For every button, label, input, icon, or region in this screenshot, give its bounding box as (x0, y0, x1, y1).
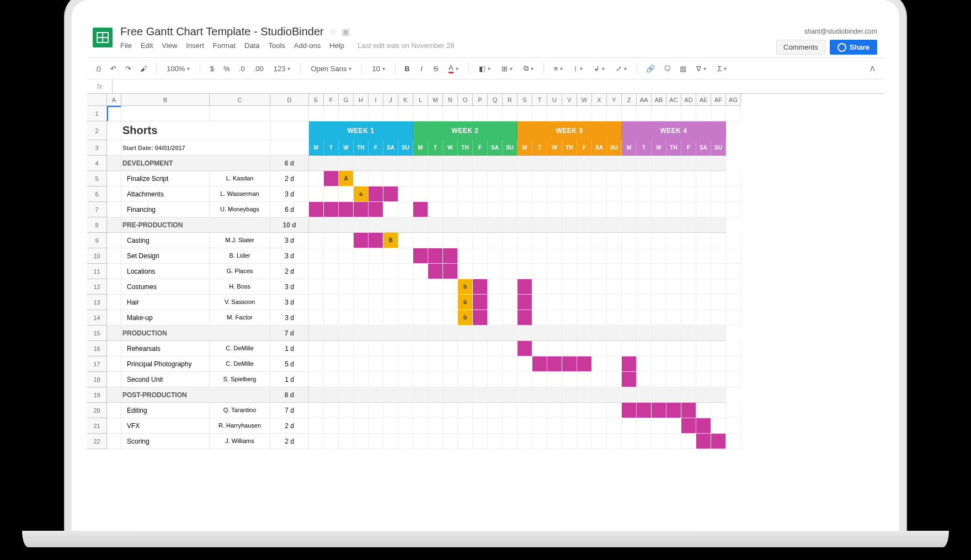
task-Set-Design-day-25[interactable] (681, 248, 696, 264)
task-Locations-day-27[interactable] (711, 264, 726, 279)
col-header-P[interactable]: P (473, 94, 488, 106)
task-Financing-day-13[interactable] (503, 202, 517, 217)
cell-r1-11[interactable] (473, 106, 488, 121)
task-Locations-day-22[interactable] (637, 264, 652, 279)
task-Make-up-day-13[interactable] (503, 310, 517, 326)
task-Editing-day-17[interactable] (562, 403, 577, 418)
task-Rehearsals-day-17[interactable] (562, 341, 577, 356)
phase-POST-PRODUCTION-day-3[interactable] (354, 387, 369, 403)
phase-DEVELOPMENT-day-8[interactable] (428, 156, 443, 171)
col-header-AA[interactable]: AA (637, 94, 652, 106)
task-Casting-day-28[interactable] (726, 233, 741, 248)
task-Finalize-Script-day-0[interactable] (309, 171, 324, 186)
task-Editing-day-13[interactable] (503, 403, 517, 418)
phase-PRODUCTION-day-19[interactable] (592, 326, 607, 341)
task-Second-Unit-day-9[interactable] (443, 372, 458, 387)
task-Principal-Photography-day-8[interactable] (428, 356, 443, 372)
phase-PRE-PRODUCTION-day-20[interactable] (607, 217, 622, 233)
task-Principal-Photography-day-16[interactable] (547, 356, 562, 372)
task-Casting-day-25[interactable] (681, 233, 696, 248)
task-VFX-day-9[interactable] (443, 418, 458, 434)
redo-icon[interactable]: ↷ (122, 62, 135, 75)
task-Set-Design-day-27[interactable] (711, 248, 726, 264)
task-VFX-day-5[interactable] (383, 418, 398, 434)
col-header-O[interactable]: O (458, 94, 473, 106)
task-Casting-day-7[interactable] (413, 233, 428, 248)
phase-POST-PRODUCTION-day-2[interactable] (339, 387, 354, 403)
collapse-toolbar-icon[interactable]: ᐱ (866, 62, 878, 75)
task-Financing-day-8[interactable] (428, 202, 443, 217)
task-Costumes-day-22[interactable] (637, 279, 652, 295)
col-header-U[interactable]: U (547, 94, 562, 106)
col-header-D[interactable]: D (270, 94, 309, 106)
task-Locations-day-18[interactable] (577, 264, 592, 279)
task-Scoring-day-25[interactable] (681, 434, 696, 449)
row-header-11[interactable]: 11 (87, 264, 107, 279)
task-Hair-day-19[interactable] (592, 295, 607, 310)
task-Financing-day-16[interactable] (547, 202, 562, 217)
task-Rehearsals-day-25[interactable] (681, 341, 696, 356)
task-Attachments-day-20[interactable] (607, 186, 622, 202)
task-Attachments-day-8[interactable] (428, 186, 443, 202)
task-Principal-Photography-day-12[interactable] (488, 356, 503, 372)
cell-r1-14[interactable] (517, 106, 532, 121)
functions-icon[interactable]: Σ (713, 62, 731, 75)
task-Editing-day-9[interactable] (443, 403, 458, 418)
comments-button[interactable]: Comments (776, 40, 825, 55)
task-Make-up-day-26[interactable] (696, 310, 711, 326)
task-Hair-day-9[interactable] (443, 295, 458, 310)
task-Principal-Photography-day-11[interactable] (473, 356, 488, 372)
col-header-H[interactable]: H (354, 94, 369, 106)
task-Attachments-day-1[interactable] (324, 186, 339, 202)
task-Costumes-day-19[interactable] (592, 279, 607, 295)
task-Set-Design-day-19[interactable] (592, 248, 607, 264)
col-header-AF[interactable]: AF (711, 94, 726, 106)
task-Casting-day-3[interactable] (354, 233, 369, 248)
task-Principal-Photography-day-6[interactable] (398, 356, 413, 372)
task-Hair-day-8[interactable] (428, 295, 443, 310)
task-Second-Unit-day-10[interactable] (458, 372, 473, 387)
phase-PRE-PRODUCTION-day-23[interactable] (652, 217, 666, 233)
phase-POST-PRODUCTION-day-21[interactable] (622, 387, 637, 403)
task-VFX-day-28[interactable] (726, 418, 741, 434)
task-Second-Unit-day-27[interactable] (711, 372, 726, 387)
menu-tools[interactable]: Tools (268, 41, 285, 50)
task-Make-up-day-6[interactable] (398, 310, 413, 326)
task-Rehearsals-day-15[interactable] (532, 341, 547, 356)
task-Costumes-day-2[interactable] (339, 279, 354, 295)
italic-button[interactable]: I (415, 62, 428, 75)
task-Principal-Photography-day-1[interactable] (324, 356, 339, 372)
col-header-B[interactable]: B (121, 94, 210, 106)
row-header-21[interactable]: 21 (87, 418, 107, 434)
col-header-I[interactable]: I (369, 94, 383, 106)
phase-POST-PRODUCTION-day-22[interactable] (637, 387, 652, 403)
task-Second-Unit-day-5[interactable] (383, 372, 398, 387)
task-Set-Design-day-10[interactable] (458, 248, 473, 264)
filter-icon[interactable]: ∇ (692, 62, 711, 75)
task-Set-Design-day-6[interactable] (398, 248, 413, 264)
menu-file[interactable]: File (120, 41, 132, 50)
cell-r1-26[interactable] (696, 106, 711, 121)
task-Scoring-day-17[interactable] (562, 434, 577, 449)
phase-POST-PRODUCTION-day-23[interactable] (652, 387, 666, 403)
task-VFX-day-11[interactable] (473, 418, 488, 434)
task-Attachments-day-18[interactable] (577, 186, 592, 202)
phase-DEVELOPMENT-day-16[interactable] (547, 156, 562, 171)
task-Principal-Photography-day-27[interactable] (711, 356, 726, 372)
col-header-AB[interactable]: AB (652, 94, 666, 106)
phase-PRODUCTION-day-22[interactable] (637, 326, 652, 341)
task-Costumes-day-27[interactable] (711, 279, 726, 295)
task-Casting-day-15[interactable] (532, 233, 547, 248)
phase-PRE-PRODUCTION-day-10[interactable] (458, 217, 473, 233)
task-Casting-day-19[interactable] (592, 233, 607, 248)
task-Finalize-Script-day-9[interactable] (443, 171, 458, 186)
task-Financing-day-5[interactable] (383, 202, 398, 217)
task-Second-Unit-day-23[interactable] (652, 372, 666, 387)
task-Financing-day-14[interactable] (517, 202, 532, 217)
phase-POST-PRODUCTION-day-10[interactable] (458, 387, 473, 403)
task-Principal-Photography-day-19[interactable] (592, 356, 607, 372)
task-Principal-Photography-day-24[interactable] (666, 356, 681, 372)
phase-DEVELOPMENT-day-25[interactable] (681, 156, 696, 171)
task-Costumes-day-7[interactable] (413, 279, 428, 295)
col-header-G[interactable]: G (339, 94, 354, 106)
